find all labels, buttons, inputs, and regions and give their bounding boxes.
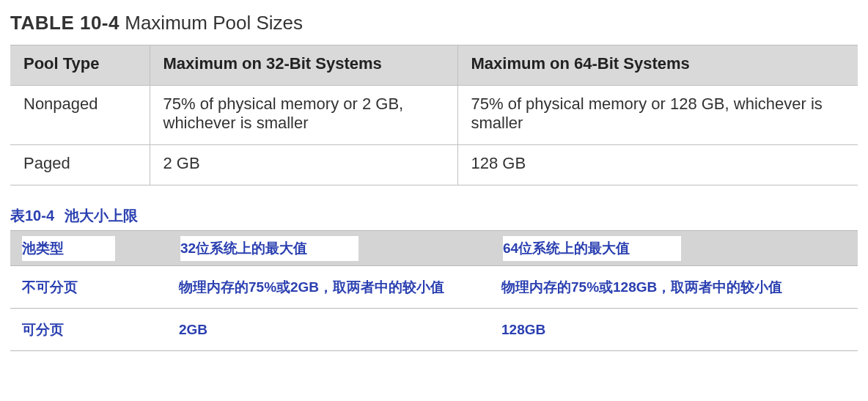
cell-pool-type: Paged [10, 145, 150, 185]
table-row: Nonpaged 75% of physical memory or 2 GB,… [10, 86, 858, 145]
col-header-max-64: Maximum on 64-Bit Systems [457, 45, 858, 86]
table-row: 可分页 2GB 128GB [10, 309, 858, 351]
cell-max-32: 75% of physical memory or 2 GB, whicheve… [150, 86, 457, 145]
cell-max-32-zh: 物理内存的75%或2GB，取两者中的较小值 [164, 266, 487, 309]
table-number-zh: 表10-4 [10, 207, 54, 224]
cell-max-64: 75% of physical memory or 128 GB, whiche… [457, 86, 858, 145]
table-caption-zh: 池大小上限 [65, 207, 138, 224]
table-row: Paged 2 GB 128 GB [10, 145, 858, 185]
cell-max-32: 2 GB [150, 145, 457, 185]
table-caption-en: Maximum Pool Sizes [125, 12, 303, 34]
col-header-max-32-zh: 32位系统上的最大值 [164, 231, 487, 266]
cell-max-64-zh: 128GB [487, 309, 858, 351]
pool-size-table-zh: 池类型 32位系统上的最大值 64位系统上的最大值 不可分页 物理内存的75%或… [10, 230, 858, 351]
cell-pool-type-zh: 可分页 [10, 309, 164, 351]
table-header-row: Pool Type Maximum on 32-Bit Systems Maxi… [10, 45, 858, 86]
cell-max-64-zh: 物理内存的75%或128GB，取两者中的较小值 [487, 266, 858, 309]
cell-max-32-zh: 2GB [164, 309, 487, 351]
table-header-row: 池类型 32位系统上的最大值 64位系统上的最大值 [10, 231, 858, 266]
table-row: 不可分页 物理内存的75%或2GB，取两者中的较小值 物理内存的75%或128G… [10, 266, 858, 309]
cell-max-64: 128 GB [457, 145, 858, 185]
table-title-zh: 表10-4池大小上限 [10, 206, 858, 226]
col-header-pool-type: Pool Type [10, 45, 150, 86]
table-title-en: TABLE 10-4 Maximum Pool Sizes [10, 12, 858, 34]
col-header-max-32: Maximum on 32-Bit Systems [150, 45, 457, 86]
cell-pool-type: Nonpaged [10, 86, 150, 145]
pool-size-table-en: Pool Type Maximum on 32-Bit Systems Maxi… [10, 45, 858, 185]
col-header-max-64-zh: 64位系统上的最大值 [487, 231, 858, 266]
table-number-en: TABLE 10-4 [10, 12, 119, 34]
cell-pool-type-zh: 不可分页 [10, 266, 164, 309]
col-header-pool-type-zh: 池类型 [10, 231, 164, 266]
